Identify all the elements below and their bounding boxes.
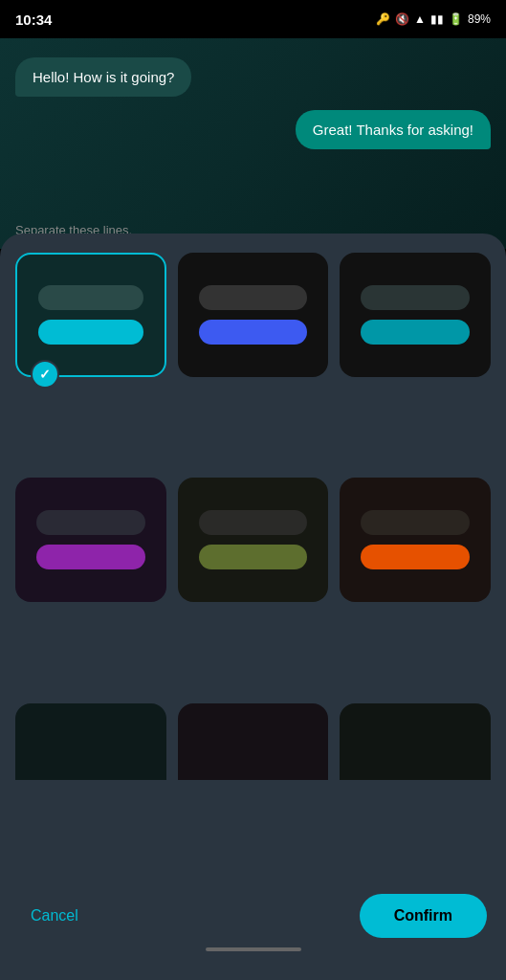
battery-icon: 🔋 (449, 12, 463, 26)
selected-checkmark: ✓ (31, 360, 59, 389)
theme-card-cyan-dark[interactable] (340, 253, 491, 377)
chat-bubble-sent: Great! Thanks for asking! (296, 110, 491, 149)
status-icons: 🔑 🔇 ▲ ▮▮ 🔋 89% (376, 12, 491, 26)
status-time: 10:34 (15, 11, 52, 28)
theme-pill-bottom (36, 545, 145, 569)
chat-area: Hello! How is it going? Great! Thanks fo… (0, 38, 506, 249)
theme-pill-bottom (199, 320, 308, 345)
mute-icon: 🔇 (395, 12, 409, 26)
confirm-button[interactable]: Confirm (360, 894, 487, 938)
theme-pill-bottom (361, 545, 470, 569)
theme-card-purple[interactable] (15, 478, 166, 602)
nav-indicator (206, 947, 301, 951)
theme-grid: ✓ (15, 253, 491, 879)
cancel-button[interactable]: Cancel (19, 900, 90, 932)
theme-card-partial-3[interactable] (340, 703, 491, 780)
theme-card-partial-1[interactable] (15, 703, 166, 780)
theme-card-orange[interactable] (340, 478, 491, 602)
theme-card-blue[interactable] (178, 253, 329, 377)
theme-card-olive[interactable] (178, 478, 329, 602)
theme-pill-top (361, 285, 470, 310)
theme-card-teal[interactable]: ✓ (15, 253, 166, 377)
key-icon: 🔑 (376, 12, 390, 26)
signal-icon: ▮▮ (430, 12, 444, 26)
theme-selector-sheet: ✓ Cancel Confirm (0, 234, 506, 980)
theme-pill-top (361, 510, 470, 535)
theme-pill-bottom (38, 320, 143, 345)
wifi-icon: ▲ (414, 12, 426, 26)
status-bar: 10:34 🔑 🔇 ▲ ▮▮ 🔋 89% (0, 0, 506, 38)
theme-pill-bottom (361, 320, 470, 345)
theme-pill-top (36, 510, 145, 535)
chat-bubble-received: Hello! How is it going? (15, 57, 191, 97)
theme-pill-top (199, 510, 308, 535)
theme-pill-top (38, 285, 143, 310)
theme-pill-top (199, 285, 308, 310)
theme-card-partial-2[interactable] (178, 703, 329, 780)
battery-percent: 89% (468, 12, 491, 26)
bottom-actions: Cancel Confirm (15, 879, 491, 938)
theme-pill-bottom (199, 545, 308, 569)
